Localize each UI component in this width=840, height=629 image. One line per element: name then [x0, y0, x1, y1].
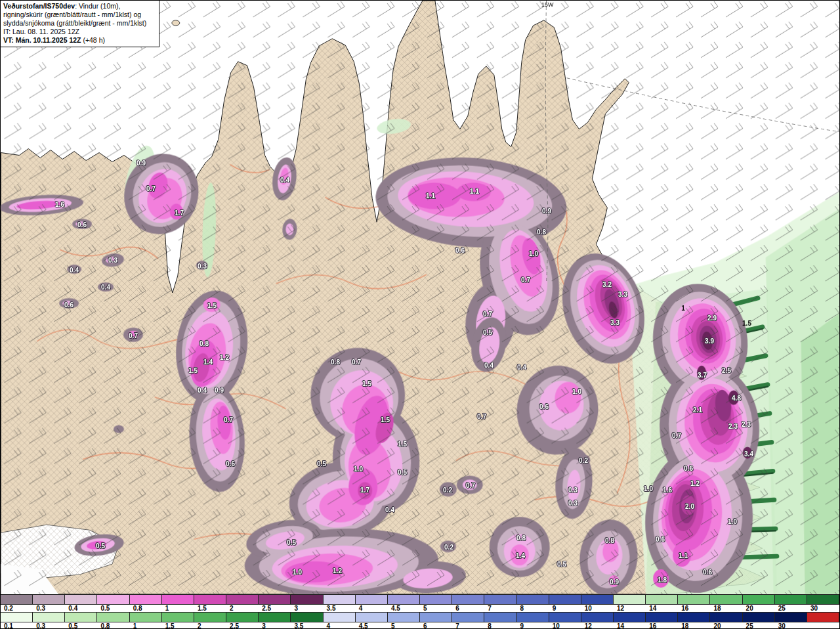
- legend-swatch: [614, 613, 646, 622]
- legend-value: 30: [775, 622, 807, 629]
- weather-map-page: 1.60.60.90.71.70.30.40.40.60.70.40.31.50…: [0, 0, 840, 629]
- rain-colorbar-labels: 0.10.30.50.811.522.533.544.5567891012141…: [1, 622, 839, 629]
- legend-swatch: [581, 595, 614, 604]
- legend-value: 0.8: [97, 622, 129, 629]
- snow-colorbar-labels: 0.20.30.40.50.811.522.533.544.5567891012…: [1, 605, 839, 612]
- legend-swatch: [420, 595, 452, 604]
- legend-swatch: [259, 613, 291, 622]
- legend-value: 14: [614, 622, 646, 629]
- legend-value: 4: [356, 605, 388, 612]
- weather-map-canvas: [1, 1, 839, 594]
- legend-value: 1: [162, 605, 194, 612]
- legend-swatch: [65, 613, 97, 622]
- legend-value: 6: [452, 605, 484, 612]
- legend-value: 4.5: [388, 605, 420, 612]
- legend-swatch: [581, 613, 614, 622]
- legend-value: 3.5: [324, 605, 356, 612]
- title-line: Veðurstofan/IS750dev: Vindur (10m),: [3, 2, 156, 11]
- valid-time-offset: (+48 h): [81, 36, 104, 44]
- legend-value: 2: [226, 605, 259, 612]
- legend-value: 0.4: [65, 605, 97, 612]
- legend-value: 12: [614, 605, 646, 612]
- legend-value: 25: [743, 622, 775, 629]
- snow-colorbar: [1, 594, 839, 605]
- valid-time: VT: Mán. 10.11.2025 12Z: [3, 36, 81, 44]
- legend-swatch: [97, 595, 129, 604]
- title-box: Veðurstofan/IS750dev: Vindur (10m), rign…: [1, 1, 159, 47]
- legend-value: 16: [678, 605, 710, 612]
- legend-value: 10: [549, 622, 581, 629]
- legend-value: 3: [291, 605, 323, 612]
- map-area: 1.60.60.90.71.70.30.40.40.60.70.40.31.50…: [1, 1, 839, 594]
- meridian-label: 15W: [541, 1, 554, 8]
- legend-swatch: [130, 613, 162, 622]
- legend-swatch: [324, 595, 356, 604]
- legend-value: 20: [710, 622, 742, 629]
- legend-swatch: [324, 613, 356, 622]
- legend-swatch: [807, 595, 839, 604]
- legend-swatch: [226, 595, 259, 604]
- legend-swatch: [194, 613, 226, 622]
- legend-swatch: [388, 595, 420, 604]
- legend-value: 7: [452, 622, 484, 629]
- legend-value: 6: [420, 622, 452, 629]
- legend-swatch: [291, 613, 323, 622]
- legend-swatch: [33, 595, 65, 604]
- legend-value: 1: [130, 622, 162, 629]
- legend-swatch: [452, 613, 484, 622]
- legend-value: 20: [743, 605, 775, 612]
- snow-legend-row: 0.20.30.40.50.811.522.533.544.5567891012…: [1, 594, 839, 612]
- legend-value: 3: [259, 622, 291, 629]
- legend-value: 0.1: [1, 622, 33, 629]
- wind-barbs-overlay: [1, 1, 839, 594]
- legend-swatch: [517, 613, 549, 622]
- legend-swatch: [259, 595, 291, 604]
- legend-swatch: [226, 613, 259, 622]
- init-time: IT: Lau. 08. 11. 2025 12Z: [3, 28, 156, 36]
- legend-value: 0.3: [33, 605, 65, 612]
- legend-swatch: [807, 613, 839, 622]
- legend-swatch: [678, 613, 710, 622]
- legend-swatch: [420, 613, 452, 622]
- legend-swatch: [743, 613, 775, 622]
- legend-swatch: [291, 595, 323, 604]
- legend-value: 2: [194, 622, 226, 629]
- legend-value: 9: [549, 605, 581, 612]
- legend-swatch: [162, 613, 194, 622]
- legend-swatch: [549, 595, 581, 604]
- legend-swatch: [549, 613, 581, 622]
- legend-swatch: [33, 613, 65, 622]
- legend-value: 8: [517, 605, 549, 612]
- legend-value: 5: [420, 605, 452, 612]
- legend-swatch: [194, 595, 226, 604]
- legend-value: 18: [678, 622, 710, 629]
- legend-value: 30: [807, 605, 839, 612]
- legend-value: 4: [324, 622, 356, 629]
- title-rest: : Vindur (10m),: [75, 2, 120, 10]
- legend-value: 1.5: [194, 605, 226, 612]
- legend-swatch: [1, 595, 33, 604]
- legend-value: 10: [581, 605, 614, 612]
- legend-swatch: [646, 595, 678, 604]
- legend-value: 14: [646, 605, 678, 612]
- legend-value: 2.5: [226, 622, 259, 629]
- legend-value: 0.5: [65, 622, 97, 629]
- legend-value: 0.2: [1, 605, 33, 612]
- legend: 0.20.30.40.50.811.522.533.544.5567891012…: [1, 594, 839, 629]
- legend-value: 12: [581, 622, 614, 629]
- legend-swatch: [775, 613, 807, 622]
- legend-swatch: [356, 613, 388, 622]
- legend-value: 5: [388, 622, 420, 629]
- subtitle-snow: slydda/snjókoma (grátt/bleikt/grænt - mm…: [3, 19, 156, 28]
- legend-swatch: [484, 595, 516, 604]
- legend-value: 8: [484, 622, 516, 629]
- legend-swatch: [1, 613, 33, 622]
- legend-value: 2.5: [259, 605, 291, 612]
- legend-swatch: [65, 595, 97, 604]
- legend-value: 0.5: [97, 605, 129, 612]
- legend-swatch: [710, 595, 742, 604]
- legend-swatch: [743, 595, 775, 604]
- valid-time-line: VT: Mán. 10.11.2025 12Z (+48 h): [3, 36, 156, 45]
- legend-value: 25: [775, 605, 807, 612]
- legend-swatch: [97, 613, 129, 622]
